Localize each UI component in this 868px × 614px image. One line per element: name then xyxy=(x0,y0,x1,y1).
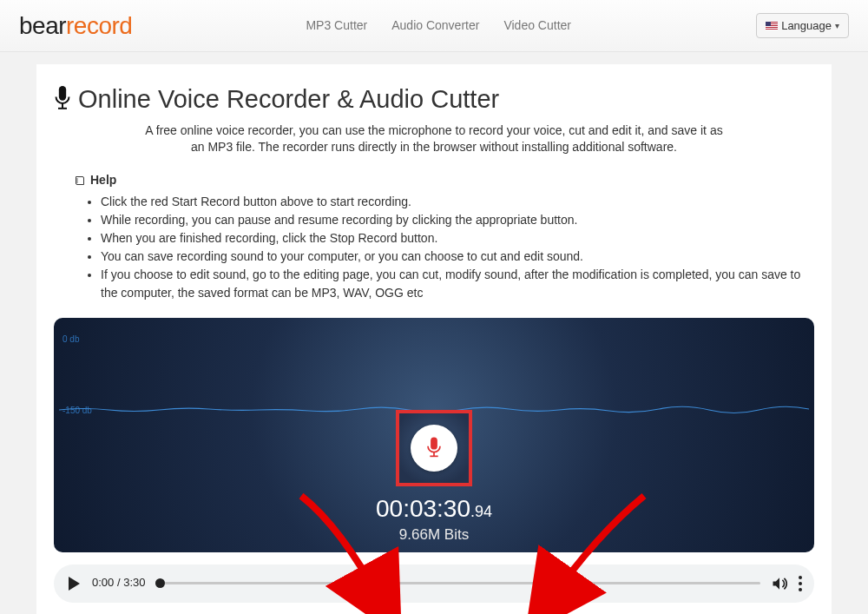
microphone-icon xyxy=(424,436,444,460)
brand-part2: record xyxy=(66,9,132,43)
audio-player: 0:00 / 3:30 xyxy=(54,564,814,603)
page-title-text: Online Voice Recorder & Audio Cutter xyxy=(78,82,499,117)
recorder-panel: 0 db -150 db 00:03:30.94 9.66M Bits xyxy=(54,318,814,552)
svg-point-8 xyxy=(799,576,802,579)
microphone-icon xyxy=(54,85,71,113)
more-icon[interactable] xyxy=(799,576,802,591)
nav-links: MP3 Cutter Audio Converter Video Cutter xyxy=(306,17,571,35)
timer-ms: .94 xyxy=(470,503,492,520)
help-heading-text: Help xyxy=(90,172,116,189)
language-label: Language xyxy=(781,19,832,32)
timer-main: 00:03:30 xyxy=(376,495,470,522)
main-card: Online Voice Recorder & Audio Cutter A f… xyxy=(36,64,832,614)
svg-marker-7 xyxy=(69,577,80,591)
nav-audio-converter[interactable]: Audio Converter xyxy=(391,17,479,35)
us-flag-icon xyxy=(766,22,778,30)
help-item: When you are finished recording, click t… xyxy=(101,229,814,248)
top-navbar: bearrecord MP3 Cutter Audio Converter Vi… xyxy=(0,0,868,52)
chevron-down-icon: ▾ xyxy=(835,21,839,30)
help-item: While recording, you can pause and resum… xyxy=(101,211,814,229)
svg-point-9 xyxy=(799,582,802,585)
player-time: 0:00 / 3:30 xyxy=(92,575,145,591)
play-icon[interactable] xyxy=(66,576,82,591)
help-block: Help Click the red Start Record button a… xyxy=(75,172,814,302)
progress-bar[interactable] xyxy=(155,582,760,584)
brand-logo[interactable]: bearrecord xyxy=(19,9,132,43)
page-title: Online Voice Recorder & Audio Cutter xyxy=(54,82,814,117)
svg-rect-0 xyxy=(59,86,66,101)
help-heading: Help xyxy=(75,172,814,189)
page-description: A free online voice recorder, you can us… xyxy=(139,122,729,156)
recording-timer: 00:03:30.94 xyxy=(54,492,814,525)
nav-mp3-cutter[interactable]: MP3 Cutter xyxy=(306,17,367,35)
recording-size: 9.66M Bits xyxy=(54,525,814,545)
language-button[interactable]: Language ▾ xyxy=(756,13,849,38)
db-label-top: 0 db xyxy=(62,333,79,346)
help-list: Click the red Start Record button above … xyxy=(101,193,814,302)
help-item: Click the red Start Record button above … xyxy=(101,193,814,211)
book-icon xyxy=(75,175,85,186)
record-button[interactable] xyxy=(411,425,457,472)
volume-icon[interactable] xyxy=(771,575,788,592)
help-item: You can save recording sound to your com… xyxy=(101,248,814,266)
record-button-highlight xyxy=(396,410,472,486)
svg-rect-4 xyxy=(431,437,437,449)
svg-point-10 xyxy=(799,588,802,591)
help-item: If you choose to edit sound, go to the e… xyxy=(101,266,814,302)
nav-video-cutter[interactable]: Video Cutter xyxy=(503,17,571,35)
brand-part1: bear xyxy=(19,9,66,43)
